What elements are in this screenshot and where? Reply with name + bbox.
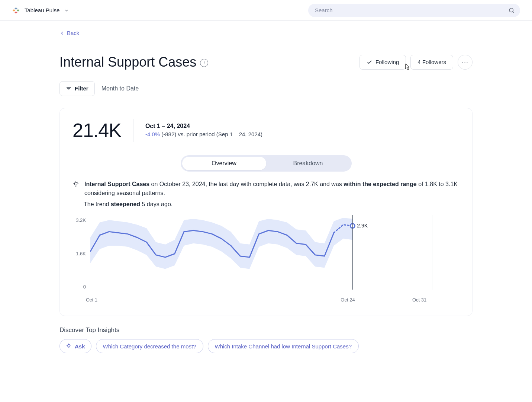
- search-field-wrap: [308, 4, 520, 17]
- sparkle-icon: [66, 343, 72, 349]
- summary-row: 21.4K Oct 1 – 24, 2024 -4.0% (-882) vs. …: [72, 119, 460, 142]
- discover-heading: Discover Top Insights: [59, 326, 473, 334]
- insight-p1: on October 23, 2024, the last day with c…: [149, 181, 344, 187]
- tab-overview[interactable]: Overview: [182, 157, 266, 170]
- info-icon[interactable]: i: [200, 59, 208, 67]
- brand[interactable]: Tableau Pulse: [12, 6, 69, 15]
- page-title: Internal Support Cases: [59, 54, 196, 70]
- filter-icon: [66, 86, 72, 92]
- following-button[interactable]: Following: [359, 55, 406, 70]
- svg-line-9: [513, 12, 514, 13]
- ytick: 3.2K: [72, 217, 86, 223]
- svg-point-8: [509, 8, 513, 12]
- metric-card: 21.4K Oct 1 – 24, 2024 -4.0% (-882) vs. …: [59, 108, 473, 316]
- filter-button[interactable]: Filter: [59, 81, 95, 96]
- filter-row: Filter Month to Date: [59, 81, 473, 96]
- insight-metric: Internal Support Cases: [84, 181, 149, 187]
- check-icon: [367, 59, 373, 65]
- tab-breakdown[interactable]: Breakdown: [266, 157, 350, 170]
- delta-line: -4.0% (-882) vs. prior period (Sep 1 – 2…: [145, 131, 262, 137]
- insight-2b: 5 days ago.: [140, 201, 173, 207]
- ytick: 1.6K: [72, 251, 86, 256]
- brand-name: Tableau Pulse: [25, 7, 59, 13]
- tableau-logo-icon: [12, 6, 20, 15]
- date-range: Oct 1 – 24, 2024: [145, 123, 262, 130]
- plot-area[interactable]: 2.9K: [90, 215, 432, 297]
- svg-point-22: [68, 344, 70, 347]
- chart: 3.2K 1.6K 0 2.9K: [72, 215, 460, 297]
- followers-button[interactable]: 4 Followers: [410, 55, 453, 70]
- insight-line-2: The trend steepened 5 days ago.: [84, 201, 460, 208]
- insight-2-bold: steepened: [111, 201, 140, 207]
- insight-line-1: Internal Support Cases on October 23, 20…: [72, 180, 460, 198]
- ellipsis-icon: ···: [462, 58, 468, 66]
- xtick: Oct 1: [86, 297, 97, 303]
- following-label: Following: [375, 59, 399, 65]
- last-point-label: 2.9K: [357, 223, 368, 229]
- delta-rest: (-882) vs. prior period (Sep 1 – 24, 202…: [160, 131, 262, 137]
- ytick: 0: [72, 284, 86, 290]
- search-icon[interactable]: [508, 7, 515, 14]
- chevron-down-icon[interactable]: [64, 8, 69, 13]
- top-bar: Tableau Pulse: [0, 0, 532, 21]
- search-input[interactable]: [308, 4, 520, 17]
- today-gridline: [352, 215, 353, 290]
- insight-2a: The trend: [84, 201, 111, 207]
- x-axis: Oct 1 Oct 24 Oct 31: [86, 297, 441, 304]
- y-axis: 3.2K 1.6K 0: [72, 215, 86, 290]
- view-tabs: Overview Breakdown: [181, 155, 352, 172]
- back-link[interactable]: Back: [59, 30, 79, 36]
- svg-line-17: [74, 182, 74, 182]
- insight-chips: Ask Which Category decreased the most? W…: [59, 339, 473, 353]
- metric-value: 21.4K: [72, 119, 121, 141]
- cursor-pointer-icon: [403, 63, 411, 72]
- insight-range: within the expected range: [344, 181, 416, 187]
- svg-line-18: [77, 182, 78, 182]
- chart-svg: [90, 215, 432, 297]
- back-label: Back: [67, 30, 79, 36]
- xtick: Oct 24: [341, 297, 355, 303]
- period-label: Month to Date: [101, 85, 139, 92]
- insight-chip[interactable]: Which Intake Channel had low Internal Su…: [208, 339, 359, 353]
- xtick: Oct 31: [412, 297, 426, 303]
- ask-label: Ask: [75, 343, 85, 350]
- lightbulb-icon: [72, 181, 79, 188]
- followers-label: 4 Followers: [417, 59, 446, 65]
- filter-label: Filter: [75, 85, 88, 92]
- end-gridline: [432, 215, 432, 290]
- more-button[interactable]: ···: [458, 55, 473, 70]
- vertical-divider: [133, 119, 133, 142]
- delta-pct: -4.0%: [145, 131, 160, 137]
- ask-button[interactable]: Ask: [59, 339, 91, 353]
- chevron-left-icon: [59, 31, 65, 36]
- svg-point-13: [74, 182, 77, 185]
- insight-chip[interactable]: Which Category decreased the most?: [96, 339, 203, 353]
